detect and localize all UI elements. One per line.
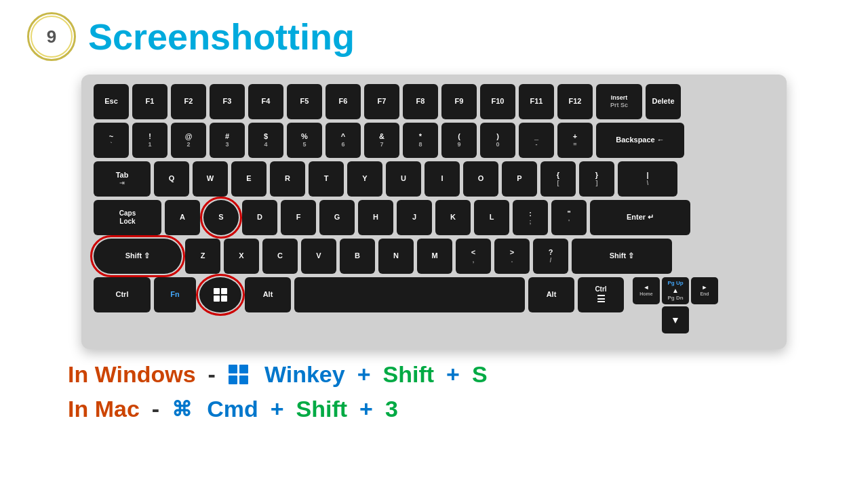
key-t[interactable]: T	[309, 161, 344, 197]
key-shift-right[interactable]: Shift ⇧	[572, 239, 672, 274]
key-u[interactable]: U	[386, 161, 421, 197]
key-arrow-left[interactable]: ◄Home	[633, 277, 660, 304]
key-a[interactable]: A	[165, 200, 200, 235]
key-2[interactable]: @2	[171, 123, 206, 158]
key-quote[interactable]: "'	[551, 200, 587, 235]
shift-label-win: Shift	[382, 361, 434, 388]
key-f8[interactable]: F8	[403, 84, 438, 119]
key-p[interactable]: P	[502, 161, 537, 197]
key-semicolon[interactable]: :;	[513, 200, 548, 235]
key-x[interactable]: X	[224, 239, 259, 274]
key-f6[interactable]: F6	[326, 84, 361, 119]
key-arrow-up-pgup[interactable]: Pg Up ▲ Pg Dn	[662, 277, 689, 304]
key-h[interactable]: H	[358, 200, 393, 235]
keyboard-row-function: Esc F1 F2 F3 F4 F5 F6 F7 F8 F9 F10 F11 F…	[94, 84, 774, 119]
svg-rect-5	[239, 365, 248, 373]
key-arrow-down[interactable]: ▼	[662, 306, 689, 333]
keyboard-row-zxcv: Shift ⇧ Z X C V B N M <, >. ?/ Shift ⇧	[94, 239, 774, 274]
keyboard-section: Esc F1 F2 F3 F4 F5 F6 F7 F8 F9 F10 F11 F…	[0, 75, 868, 349]
key-ctrl-right[interactable]: Ctrl ☰	[578, 277, 624, 312]
winkey-label: Winkey	[264, 361, 345, 388]
svg-rect-0	[214, 288, 220, 294]
key-pipe[interactable]: |\	[618, 161, 677, 197]
key-f1[interactable]: F1	[132, 84, 167, 119]
key-space[interactable]	[294, 277, 525, 312]
key-v[interactable]: V	[301, 239, 336, 274]
key-z[interactable]: Z	[185, 239, 220, 274]
page-title: Screenshotting	[88, 16, 355, 58]
key-fn[interactable]: Fn	[154, 277, 196, 312]
key-y[interactable]: Y	[347, 161, 382, 197]
key-r[interactable]: R	[270, 161, 305, 197]
key-w[interactable]: W	[193, 161, 228, 197]
key-tab[interactable]: Tab⇥	[94, 161, 151, 197]
key-f12[interactable]: F12	[557, 84, 593, 119]
key-3[interactable]: #3	[210, 123, 245, 158]
key-bracket-close[interactable]: }]	[579, 161, 614, 197]
windows-icon	[228, 364, 250, 386]
key-enter[interactable]: Enter ↵	[590, 200, 690, 235]
key-minus[interactable]: _-	[519, 123, 554, 158]
key-equal[interactable]: +=	[557, 123, 593, 158]
key-f3[interactable]: F3	[210, 84, 245, 119]
keyboard-row-numbers: ~` !1 @2 #3 $4 %5 ^6 &7 *8 (9 )0 _- += B…	[94, 123, 774, 158]
key-5[interactable]: %5	[287, 123, 322, 158]
key-alt-left[interactable]: Alt	[245, 277, 291, 312]
key-l[interactable]: L	[474, 200, 509, 235]
key-c[interactable]: C	[262, 239, 298, 274]
key-i[interactable]: I	[425, 161, 460, 197]
key-tilde[interactable]: ~`	[94, 123, 129, 158]
key-j[interactable]: J	[397, 200, 432, 235]
key-b[interactable]: B	[340, 239, 375, 274]
bottom-section: In Windows - Winkey + Shift + S In Mac -…	[0, 349, 868, 422]
key-k[interactable]: K	[435, 200, 471, 235]
plus1: +	[357, 361, 371, 388]
key-f7[interactable]: F7	[364, 84, 399, 119]
mac-dash: -	[152, 396, 159, 422]
key-e[interactable]: E	[231, 161, 267, 197]
key-delete[interactable]: Delete	[646, 84, 681, 119]
key-6[interactable]: ^6	[326, 123, 361, 158]
key-8[interactable]: *8	[403, 123, 438, 158]
mac-shortcut-row: In Mac - ⌘ Cmd + Shift + 3	[68, 396, 398, 422]
key-arrow-right[interactable]: ►End	[691, 277, 718, 304]
key-1[interactable]: !1	[132, 123, 167, 158]
key-f9[interactable]: F9	[441, 84, 477, 119]
key-shift-left[interactable]: Shift ⇧	[94, 239, 182, 274]
key-insert[interactable]: InsertPrt Sc	[596, 84, 642, 119]
key-slash[interactable]: ?/	[533, 239, 568, 274]
shift-label-mac: Shift	[296, 396, 348, 422]
key-o[interactable]: O	[463, 161, 498, 197]
key-esc[interactable]: Esc	[94, 84, 129, 119]
key-caps-lock[interactable]: CapsLock	[94, 200, 161, 235]
key-m[interactable]: M	[417, 239, 452, 274]
key-f4[interactable]: F4	[248, 84, 283, 119]
svg-rect-7	[239, 375, 248, 384]
key-g[interactable]: G	[319, 200, 355, 235]
windows-shortcut-row: In Windows - Winkey + Shift + S	[68, 361, 488, 388]
key-f2[interactable]: F2	[171, 84, 206, 119]
plus3: +	[271, 396, 284, 422]
key-0[interactable]: )0	[480, 123, 515, 158]
keyboard-row-qwerty: Tab⇥ Q W E R T Y U I O P {[ }] |\	[94, 161, 774, 197]
key-backspace[interactable]: Backspace ←	[596, 123, 684, 158]
key-9[interactable]: (9	[441, 123, 477, 158]
key-period[interactable]: >.	[494, 239, 530, 274]
key-n[interactable]: N	[378, 239, 414, 274]
key-ctrl-left[interactable]: Ctrl	[94, 277, 151, 312]
svg-rect-4	[229, 365, 237, 373]
key-alt-right[interactable]: Alt	[528, 277, 574, 312]
cmd-label: Cmd	[207, 396, 258, 422]
key-bracket-open[interactable]: {[	[540, 161, 576, 197]
key-comma[interactable]: <,	[456, 239, 491, 274]
key-f10[interactable]: F10	[480, 84, 515, 119]
key-q[interactable]: Q	[154, 161, 189, 197]
key-win[interactable]	[199, 277, 241, 312]
key-d[interactable]: D	[242, 200, 277, 235]
key-f5[interactable]: F5	[287, 84, 322, 119]
key-s[interactable]: S	[203, 200, 239, 235]
key-f[interactable]: F	[281, 200, 316, 235]
key-7[interactable]: &7	[364, 123, 399, 158]
key-f11[interactable]: F11	[519, 84, 554, 119]
key-4[interactable]: $4	[248, 123, 283, 158]
